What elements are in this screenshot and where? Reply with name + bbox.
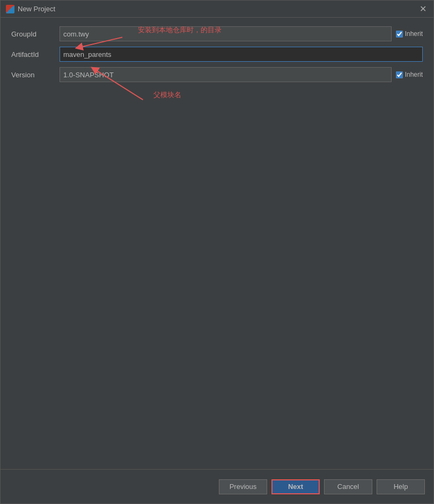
- version-label: Version: [11, 71, 60, 79]
- bottom-annotation-text: 父模块名: [153, 91, 181, 99]
- previous-button[interactable]: Previous: [219, 479, 267, 494]
- title-bar: New Project ✕: [1, 1, 433, 18]
- version-input[interactable]: [60, 67, 392, 82]
- version-row: Version Inherit: [11, 67, 423, 82]
- artifactid-row: ArtifactId: [11, 47, 423, 62]
- maven-icon: [6, 5, 14, 13]
- groupid-inherit-container: Inherit: [396, 30, 423, 38]
- cancel-button[interactable]: Cancel: [324, 479, 372, 494]
- groupid-inherit-checkbox[interactable]: [396, 31, 403, 38]
- dialog-title: New Project: [18, 5, 55, 13]
- version-inherit-container: Inherit: [396, 71, 423, 78]
- title-bar-left: New Project: [6, 5, 55, 13]
- new-project-dialog: New Project ✕ GroupId Inherit ArtifactId…: [0, 0, 434, 504]
- version-inherit-checkbox[interactable]: [396, 71, 403, 78]
- groupid-row: GroupId Inherit: [11, 26, 423, 41]
- annotations-overlay: 安装到本地仓库时，的目录 父模块名: [1, 18, 433, 469]
- artifactid-input[interactable]: [60, 47, 423, 62]
- groupid-inherit-label: Inherit: [405, 30, 423, 38]
- dialog-content: GroupId Inherit ArtifactId Version Inher…: [1, 18, 433, 469]
- groupid-label: GroupId: [11, 30, 60, 38]
- version-inherit-label: Inherit: [405, 71, 423, 78]
- groupid-input[interactable]: [60, 26, 392, 41]
- next-button[interactable]: Next: [271, 479, 320, 494]
- artifactid-label: ArtifactId: [11, 50, 60, 59]
- help-button[interactable]: Help: [377, 479, 425, 494]
- close-button[interactable]: ✕: [417, 4, 428, 14]
- bottom-bar: Previous Next Cancel Help: [1, 469, 433, 503]
